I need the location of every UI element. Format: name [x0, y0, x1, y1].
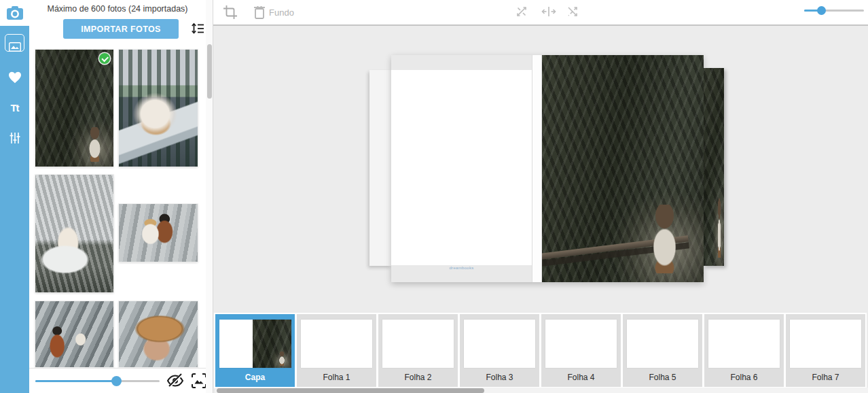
photo-thumbnail-boat-sit[interactable] [35, 175, 113, 292]
heart-icon [8, 71, 22, 84]
thumbnail-size-slider[interactable] [35, 380, 160, 382]
cover-thumb [219, 320, 291, 368]
photo-thumbnail-stripe-couple[interactable] [35, 301, 113, 367]
import-photos-button[interactable]: IMPORTAR FOTOS [63, 19, 179, 39]
sliders-icon [9, 132, 21, 144]
background-label: Fundo [269, 7, 294, 18]
rail-item-favorites[interactable] [0, 63, 29, 92]
front-cover-photo[interactable] [542, 55, 704, 282]
filmstrip-tile-folha-5[interactable]: Folha 5 [623, 314, 702, 387]
brand-text: dreambooks [391, 266, 532, 270]
tool-rail: Tt [0, 26, 29, 393]
filmstrip-tile-folha-2[interactable]: Folha 2 [378, 314, 458, 387]
tile-label: Capa [215, 373, 295, 382]
trash-icon[interactable] [253, 5, 268, 20]
rail-item-text[interactable]: Tt [0, 92, 29, 122]
back-cover-page[interactable]: dreambooks [391, 70, 532, 265]
used-check-badge [99, 53, 110, 64]
filmstrip-scrollbar-thumb[interactable] [217, 388, 484, 393]
crop-icon[interactable] [223, 5, 238, 20]
camera-icon [6, 5, 24, 20]
panel-bottom-bar [29, 368, 206, 393]
photo-panel: Máximo de 600 fotos (24 importadas) IMPO… [29, 0, 206, 393]
filmstrip-tile-folha-1[interactable]: Folha 1 [297, 314, 376, 387]
panel-scrollbar-thumb[interactable] [207, 44, 212, 99]
tile-label: Folha 2 [378, 373, 458, 382]
filmstrip-scrollbar[interactable] [215, 388, 868, 393]
tile-label: Folha 5 [623, 373, 702, 382]
photo-thumbnail-couple[interactable] [119, 204, 198, 262]
blank-page-thumb [627, 320, 698, 368]
tile-label: Folha 7 [786, 373, 865, 382]
photo-thumbnail-cliff-person[interactable] [35, 50, 113, 167]
active-indicator [5, 34, 24, 52]
photo-thumbnail-hat[interactable] [119, 301, 198, 367]
filmstrip-tile-folha-7[interactable]: Folha 7 [786, 314, 865, 387]
swap-diagonal-icon[interactable] [515, 5, 530, 20]
blank-page-thumb [545, 320, 617, 368]
filmstrip-tile-capa[interactable]: Capa [215, 314, 295, 387]
railing-detail [542, 235, 689, 260]
blank-page-thumb [790, 320, 861, 368]
slider-thumb[interactable] [817, 6, 826, 15]
shuffle-icon[interactable] [566, 5, 581, 20]
rail-item-photos[interactable] [0, 32, 29, 62]
rail-item-adjust[interactable] [0, 123, 29, 153]
cover-bleed-right [704, 68, 724, 266]
page-filmstrip: Capa Folha 1 Folha 2 Folha 3 Folha 4 [215, 314, 865, 387]
eye-off-icon[interactable] [166, 373, 184, 390]
cover-bleed-left [369, 70, 391, 266]
editor-main: Fundo [213, 0, 868, 393]
editor-toolbar: Fundo [213, 0, 868, 26]
split-horizontal-icon[interactable] [541, 5, 556, 20]
sort-icon[interactable] [191, 22, 204, 35]
cover-thumb-back [219, 320, 253, 368]
blank-page-thumb [464, 320, 535, 368]
text-Tt-icon: Tt [10, 102, 18, 114]
tile-label: Folha 4 [541, 373, 621, 382]
slider-fill [35, 380, 116, 382]
tile-label: Folha 3 [460, 373, 539, 382]
cover-spread[interactable]: dreambooks [391, 55, 704, 282]
blank-page-thumb [708, 320, 780, 368]
filmstrip-tile-folha-6[interactable]: Folha 6 [704, 314, 784, 387]
photo-count-status: Máximo de 600 fotos (24 importadas) [29, 4, 206, 14]
photo-thumbnail-boat-lean[interactable] [119, 50, 198, 167]
filmstrip-tile-folha-3[interactable]: Folha 3 [460, 314, 539, 387]
book-canvas[interactable]: dreambooks Capa Folha 1 [213, 26, 868, 393]
photobook-editor: Tt Máximo de 600 fotos (24 importadas) I… [0, 0, 868, 393]
tile-label: Folha 6 [704, 373, 784, 382]
blank-page-thumb [382, 320, 454, 368]
book-spine [532, 55, 542, 282]
canvas-zoom-slider[interactable] [804, 10, 864, 12]
panel-scrollbar[interactable] [206, 0, 213, 393]
slider-thumb[interactable] [111, 376, 122, 386]
blank-page-thumb [301, 320, 372, 368]
filmstrip-tile-folha-4[interactable]: Folha 4 [541, 314, 621, 387]
tile-label: Folha 1 [297, 373, 376, 382]
app-logo [0, 0, 29, 26]
cover-thumb-photo [253, 320, 291, 368]
